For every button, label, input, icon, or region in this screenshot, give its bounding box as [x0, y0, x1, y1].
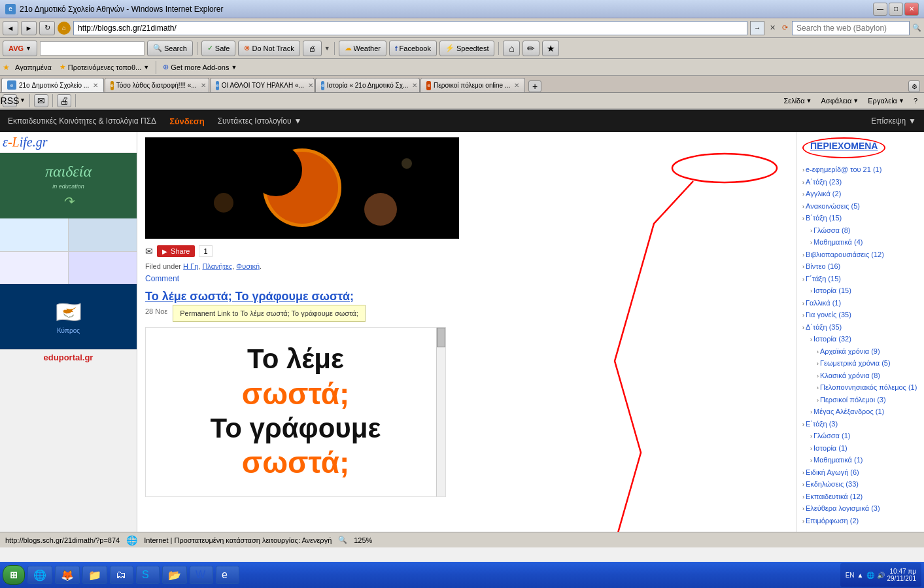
- safe-button[interactable]: ✓ Safe: [201, 41, 236, 56]
- filed-link-2[interactable]: Φυσική: [236, 262, 260, 270]
- agapimena-button[interactable]: Αγαπημένα: [12, 61, 54, 74]
- search-input[interactable]: [792, 21, 910, 35]
- menu-item-29[interactable]: ›Επιμόρφωση (2): [802, 515, 919, 527]
- mail-icon[interactable]: ✉: [34, 94, 48, 107]
- taskbar-explorer[interactable]: 📁: [82, 566, 107, 584]
- tab-hraklhs[interactable]: e ΟΙ ΑΘΛΟΙ ΤΟΥ ΗΡΑΚΛΗ «... ✕: [210, 78, 315, 92]
- filed-link-0[interactable]: Η Γη: [183, 262, 198, 270]
- menu-item-13[interactable]: ›Δ΄τάξη (35): [802, 321, 919, 334]
- scrollbar-track[interactable]: [436, 328, 445, 496]
- taskbar-skype[interactable]: S: [136, 566, 160, 584]
- menu-item-16[interactable]: ›Γεωμετρικά χρόνια (5): [802, 357, 919, 370]
- tab-close-1[interactable]: ✕: [201, 82, 206, 89]
- scrollbar-thumb[interactable]: [437, 328, 445, 347]
- filed-link-1[interactable]: Πλανήτες: [202, 262, 232, 270]
- selida-button[interactable]: Σελίδα ▼: [779, 94, 815, 107]
- print-button[interactable]: 🖨: [303, 41, 322, 56]
- share-button[interactable]: ▶ Share: [157, 245, 195, 257]
- ergalia-button[interactable]: Εργαλεία ▼: [864, 94, 908, 107]
- back-button[interactable]: ◄: [3, 21, 18, 35]
- taskbar-firefox[interactable]: 🦊: [55, 566, 80, 584]
- get-addons-button[interactable]: ⊕ Get more Add-ons ▼: [160, 61, 239, 74]
- tab-close-2[interactable]: ✕: [308, 82, 313, 89]
- menu-item-3[interactable]: ›Ανακοινώσεις (5): [802, 200, 919, 213]
- close-button[interactable]: ✕: [904, 3, 919, 16]
- menu-item-6[interactable]: ›Μαθηματικά (4): [802, 236, 919, 249]
- article-title[interactable]: Το λέμε σωστά; Το γράφουμε σωστά;: [145, 290, 789, 303]
- menu-item-17[interactable]: ›Κλασικά χρόνια (8): [802, 370, 919, 382]
- rss-dropdown: ▼: [20, 94, 26, 107]
- menu-item-14[interactable]: ›Ιστορία (32): [802, 333, 919, 345]
- episkepsi-button[interactable]: Επίσκεψη ▼: [871, 116, 916, 126]
- menu-item-18[interactable]: ›Πελοποννησιακός πόλεμος (1): [802, 381, 919, 394]
- taskbar-folder2[interactable]: 📂: [162, 566, 187, 584]
- comment-link[interactable]: Comment: [145, 274, 789, 283]
- search-icon[interactable]: 🔍: [912, 24, 921, 32]
- search-button[interactable]: 🔍 Search: [147, 41, 193, 56]
- tab-diατροφη[interactable]: e Τόσο λάθος διατροφή!!!! «... ✕: [105, 78, 209, 92]
- menu-item-19[interactable]: ›Περσικοί πόλεμοι (3): [802, 394, 919, 406]
- menu-item-23[interactable]: ›Ιστορία (1): [802, 442, 919, 455]
- toolbar-search-input[interactable]: [40, 41, 145, 56]
- tab-istoria[interactable]: e Ιστορία « 21ο Δημοτικό Σχ... ✕: [315, 78, 420, 92]
- go-button[interactable]: →: [750, 21, 764, 35]
- email-icon[interactable]: ✉: [145, 246, 153, 256]
- menu-item-10[interactable]: ›Ιστορία (15): [802, 285, 919, 297]
- menu-item-4[interactable]: ›Β΄τάξη (15): [802, 212, 919, 224]
- toolbar-sep-1: [197, 42, 197, 55]
- print-cmd-icon[interactable]: 🖨: [57, 94, 71, 107]
- tab-close-3[interactable]: ✕: [412, 82, 417, 89]
- menu-item-11[interactable]: ›Γαλλικά (1): [802, 297, 919, 309]
- forward-button[interactable]: ►: [21, 21, 37, 35]
- menu-item-1[interactable]: ›Α΄τάξη (23): [802, 176, 919, 188]
- tab-persikoi[interactable]: e Περσικοί πόλεμοι online ... ✕: [420, 78, 525, 92]
- menu-item-22[interactable]: ›Γλώσσα (1): [802, 430, 919, 442]
- refresh-button[interactable]: ↻: [39, 21, 55, 35]
- facebook-button[interactable]: f Facebook: [389, 41, 437, 56]
- menu-item-24[interactable]: ›Μαθηματικά (1): [802, 454, 919, 466]
- menu-item-7[interactable]: ›Βιβλιοπαρουσιάσεις (12): [802, 249, 919, 261]
- tab-settings-icon[interactable]: ⚙: [908, 80, 920, 92]
- menu-item-28[interactable]: ›Ελεύθερα λογισμικά (3): [802, 502, 919, 515]
- menu-item-5[interactable]: ›Γλώσσα (8): [802, 224, 919, 237]
- menu-item-9[interactable]: ›Γ΄τάξη (15): [802, 273, 919, 285]
- menu-item-27[interactable]: ›Εκπαιδευτικά (12): [802, 491, 919, 503]
- tab-close-0[interactable]: ✕: [93, 82, 98, 89]
- home-toolbar-icon[interactable]: ⌂: [503, 41, 520, 56]
- syntaktes-dropdown[interactable]: Συντάκτες Ιστολογίου ▼: [218, 116, 302, 126]
- proeinomena-button[interactable]: ★ Προτεινόμενες τοποθ... ▼: [57, 61, 152, 74]
- avg-button[interactable]: AVG AVG ▼: [3, 41, 37, 56]
- menu-item-21[interactable]: ›Ε΄τάξη (3): [802, 418, 919, 430]
- menu-item-8[interactable]: ›Βίντεο (16): [802, 260, 919, 273]
- rss-icon[interactable]: RSS: [3, 94, 17, 107]
- tab-close-4[interactable]: ✕: [514, 82, 519, 89]
- weather-button[interactable]: ☁ Weather: [339, 41, 386, 56]
- syndese-link[interactable]: Σύνδεση: [169, 116, 205, 126]
- article-text-content: Το λέμε σωστά; Το γράφουμε σωστά;: [146, 336, 445, 487]
- menu-item-20[interactable]: ›Μέγας Αλέξανδρος (1): [802, 406, 919, 418]
- menu-item-15[interactable]: ›Αρχαϊκά χρόνια (9): [802, 345, 919, 358]
- menu-item-2[interactable]: ›Αγγλικά (2): [802, 188, 919, 200]
- menu-item-26[interactable]: ›Εκδηλώσεις (33): [802, 478, 919, 491]
- taskbar-word[interactable]: W: [190, 566, 213, 584]
- home-icon[interactable]: ⌂: [58, 22, 71, 35]
- tab-21dimath[interactable]: e 21o Δημοτικό Σχολείο ... ✕: [1, 78, 104, 92]
- maximize-button[interactable]: □: [889, 3, 903, 16]
- star-toolbar-icon[interactable]: ★: [542, 41, 559, 56]
- edit-icon[interactable]: ✏: [522, 41, 539, 56]
- taskbar-ie2[interactable]: e: [216, 566, 239, 584]
- menu-item-12[interactable]: ›Για γονείς (35): [802, 309, 919, 321]
- address-input[interactable]: [73, 21, 747, 35]
- menu-item-0[interactable]: ›e-εφημερίδ@ του 21 (1): [802, 164, 919, 176]
- asfalia-button[interactable]: Ασφάλεια ▼: [817, 94, 863, 107]
- help-button[interactable]: ?: [910, 94, 921, 107]
- do-not-track-button[interactable]: ⊗ Do Not Track: [238, 41, 299, 56]
- minimize-button[interactable]: —: [873, 3, 887, 16]
- menu-item-25[interactable]: ›Ειδική Αγωγή (6): [802, 466, 919, 479]
- periexomena-title[interactable]: ΠΕΡΙΕΧΟΜΕΝΑ: [810, 141, 878, 151]
- start-button[interactable]: ⊞: [3, 565, 25, 585]
- taskbar-ie-icon[interactable]: 🌐: [27, 566, 52, 584]
- new-tab-button[interactable]: +: [528, 80, 541, 92]
- speedtest-button[interactable]: ⚡ Speedtest: [439, 41, 495, 56]
- taskbar-folder[interactable]: 🗂: [110, 566, 133, 584]
